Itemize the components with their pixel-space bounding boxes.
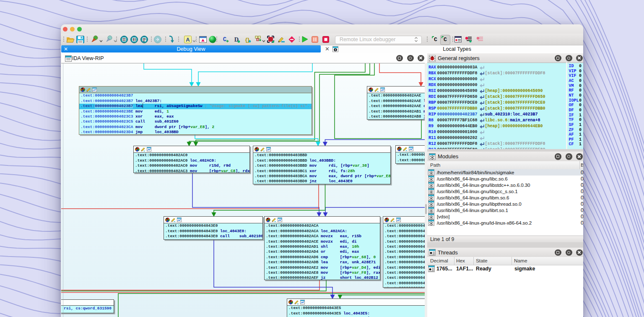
svg-text:C: C: [223, 36, 227, 43]
svg-text:C: C: [444, 37, 447, 43]
svg-text:C: C: [434, 37, 437, 43]
svg-text:A: A: [186, 36, 190, 42]
